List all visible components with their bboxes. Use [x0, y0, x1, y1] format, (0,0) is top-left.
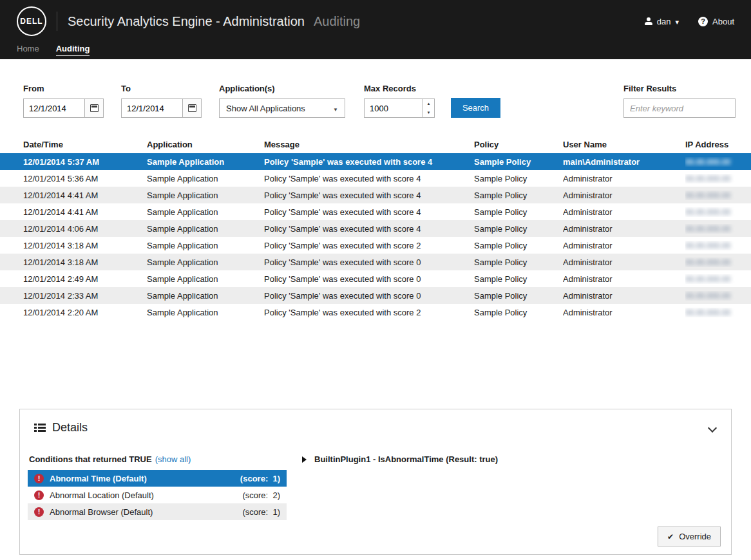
- max-records-label: Max Records: [364, 84, 435, 93]
- nav-item-home[interactable]: Home: [17, 44, 39, 55]
- cell-user-name: main\Administrator: [563, 157, 685, 167]
- cell-ip-address: 00.00.000.00: [685, 224, 751, 234]
- condition-name: Abnormal Time (Default): [50, 474, 147, 483]
- column-header-policy: Policy: [474, 140, 563, 149]
- cell-ip-address: 00.00.000.00: [685, 207, 751, 217]
- audit-table-body: 12/01/2014 5:37 AMSample ApplicationPoli…: [0, 153, 751, 321]
- condition-row[interactable]: Abnormal Time (Default) (score: 1): [28, 470, 287, 487]
- keyword-input[interactable]: [623, 98, 736, 118]
- from-calendar-button[interactable]: [84, 99, 103, 117]
- max-records-stepper: [423, 99, 434, 117]
- app-title: Security Analytics Engine - Administrati…: [68, 14, 305, 29]
- cell-policy: Sample Policy: [474, 241, 563, 250]
- cell-message: Policy 'Sample' was executed with score …: [264, 308, 474, 317]
- condition-row[interactable]: Abnormal Location (Default) (score: 2): [28, 487, 287, 503]
- cell-date-time: 12/01/2014 2:20 AM: [23, 308, 147, 317]
- condition-row[interactable]: Abnormal Browser (Default) (score: 1): [28, 503, 287, 520]
- cell-user-name: Administrator: [563, 191, 685, 200]
- filter-results-label: Filter Results: [623, 84, 736, 93]
- user-menu[interactable]: dan: [645, 17, 679, 26]
- table-row[interactable]: 12/01/2014 5:37 AMSample ApplicationPoli…: [0, 153, 751, 170]
- to-calendar-button[interactable]: [182, 99, 201, 117]
- cell-date-time: 12/01/2014 5:37 AM: [23, 157, 147, 167]
- cell-date-time: 12/01/2014 4:41 AM: [23, 191, 147, 200]
- cell-date-time: 12/01/2014 4:41 AM: [23, 207, 147, 217]
- details-header: Details: [20, 409, 731, 434]
- nav-item-auditing[interactable]: Auditing: [56, 44, 90, 56]
- expander-triangle-icon[interactable]: [302, 456, 307, 463]
- user-icon: [645, 17, 652, 25]
- cell-user-name: Administrator: [563, 274, 685, 284]
- table-header: Date/Time Application Message Policy Use…: [0, 135, 751, 153]
- table-row[interactable]: 12/01/2014 2:20 AMSample ApplicationPoli…: [0, 304, 751, 321]
- override-button[interactable]: Override: [658, 527, 721, 546]
- user-name: dan: [657, 17, 671, 26]
- cell-policy: Sample Policy: [474, 257, 563, 267]
- to-date-input[interactable]: [121, 98, 202, 118]
- cell-date-time: 12/01/2014 5:36 AM: [23, 174, 147, 183]
- cell-message: Policy 'Sample' was executed with score …: [264, 157, 474, 167]
- table-row[interactable]: 12/01/2014 3:18 AMSample ApplicationPoli…: [0, 254, 751, 270]
- override-label: Override: [679, 532, 711, 541]
- cell-application: Sample Application: [147, 207, 264, 217]
- cell-application: Sample Application: [147, 191, 264, 200]
- cell-message: Policy 'Sample' was executed with score …: [264, 224, 474, 234]
- condition-name: Abnormal Location (Default): [50, 490, 154, 500]
- column-header-ip-address: IP Address: [685, 140, 751, 149]
- table-row[interactable]: 12/01/2014 2:33 AMSample ApplicationPoli…: [0, 287, 751, 304]
- cell-policy: Sample Policy: [474, 224, 563, 234]
- ip-redacted: 00.00.000.00: [685, 208, 730, 217]
- search-button[interactable]: Search: [451, 98, 500, 118]
- table-row[interactable]: 12/01/2014 4:06 AMSample ApplicationPoli…: [0, 220, 751, 237]
- cell-application: Sample Application: [147, 308, 264, 317]
- cell-policy: Sample Policy: [474, 191, 563, 200]
- cell-date-time: 12/01/2014 3:18 AM: [23, 241, 147, 250]
- cell-message: Policy 'Sample' was executed with score …: [264, 241, 474, 250]
- cell-ip-address: 00.00.000.00: [685, 191, 751, 200]
- condition-score: (score: 1): [242, 507, 280, 517]
- details-list-icon: [34, 423, 46, 433]
- cell-message: Policy 'Sample' was executed with score …: [264, 174, 474, 183]
- plugin-result-line: BuiltinPlugin1 - IsAbnormalTime (Result:…: [302, 454, 498, 464]
- condition-score: (score: 2): [242, 490, 280, 500]
- stepper-up-icon[interactable]: [423, 99, 434, 108]
- navbar: Home Auditing: [0, 42, 751, 59]
- applications-select[interactable]: Show All Applications: [219, 98, 345, 118]
- max-records-input[interactable]: [364, 98, 435, 118]
- table-row[interactable]: 12/01/2014 4:41 AMSample ApplicationPoli…: [0, 203, 751, 220]
- max-records-field[interactable]: [365, 99, 423, 117]
- table-row[interactable]: 12/01/2014 3:18 AMSample ApplicationPoli…: [0, 237, 751, 254]
- cell-policy: Sample Policy: [474, 207, 563, 217]
- from-date-field[interactable]: [24, 99, 84, 117]
- dell-logo-text: DELL: [20, 17, 43, 26]
- table-row[interactable]: 12/01/2014 2:49 AMSample ApplicationPoli…: [0, 270, 751, 287]
- from-date-input[interactable]: [23, 98, 104, 118]
- ip-redacted: 00.00.000.00: [685, 225, 730, 234]
- ip-redacted: 00.00.000.00: [685, 258, 730, 267]
- cell-user-name: Administrator: [563, 241, 685, 250]
- cell-ip-address: 00.00.000.00: [685, 157, 751, 167]
- cell-ip-address: 00.00.000.00: [685, 241, 751, 250]
- cell-message: Policy 'Sample' was executed with score …: [264, 291, 474, 301]
- table-row[interactable]: 12/01/2014 5:36 AMSample ApplicationPoli…: [0, 170, 751, 187]
- column-header-message: Message: [264, 140, 474, 149]
- cell-user-name: Administrator: [563, 207, 685, 217]
- about-button[interactable]: ? About: [698, 17, 734, 26]
- to-date-field[interactable]: [122, 99, 182, 117]
- cell-policy: Sample Policy: [474, 308, 563, 317]
- table-row[interactable]: 12/01/2014 4:41 AMSample ApplicationPoli…: [0, 187, 751, 203]
- calendar-icon: [90, 104, 99, 112]
- dell-logo[interactable]: DELL: [17, 6, 46, 36]
- conditions-heading-text: Conditions that returned TRUE: [29, 454, 152, 464]
- alert-icon: [34, 474, 44, 483]
- check-icon: [667, 532, 674, 541]
- alert-icon: [34, 507, 44, 517]
- show-all-link[interactable]: (show all): [155, 454, 191, 464]
- stepper-down-icon[interactable]: [423, 108, 434, 117]
- from-label: From: [23, 84, 104, 93]
- cell-policy: Sample Policy: [474, 291, 563, 301]
- column-header-date-time: Date/Time: [23, 140, 147, 149]
- cell-ip-address: 00.00.000.00: [685, 274, 751, 284]
- ip-redacted: 00.00.000.00: [685, 275, 730, 284]
- ip-redacted: 00.00.000.00: [685, 241, 730, 250]
